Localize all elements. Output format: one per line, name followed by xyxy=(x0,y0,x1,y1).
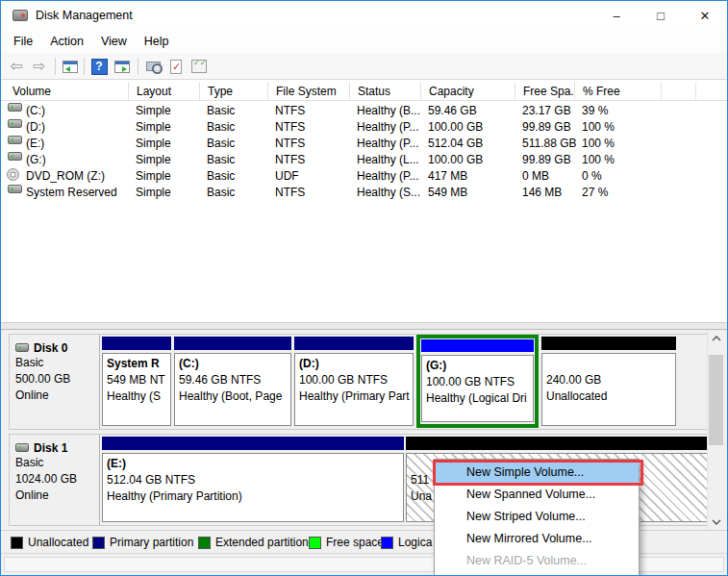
column-header-type[interactable]: Type xyxy=(200,82,268,101)
legend-primary-partition: Primary partition xyxy=(92,531,193,554)
maximize-button[interactable]: □ xyxy=(639,1,683,30)
disk0-status: Online xyxy=(15,388,99,404)
disk1-label-panel[interactable]: Disk 1 Basic 1024.00 GB Online xyxy=(10,435,100,525)
legend-logical-drive: Logica xyxy=(381,531,432,554)
pane-splitter[interactable] xyxy=(1,322,727,330)
region-d[interactable]: (D:) 100.00 GB NTFS Healthy (Primary Par… xyxy=(294,337,414,427)
column-header-volume[interactable]: Volume xyxy=(5,82,129,101)
table-row-c[interactable]: (C:) Simple Basic NTFS Healthy (B... 59.… xyxy=(1,103,727,119)
menu-item-new-mirrored-volume[interactable]: New Mirrored Volume... xyxy=(435,528,639,550)
table-row-g[interactable]: (G:) Simple Basic NTFS Healthy (L... 100… xyxy=(1,152,727,168)
minimize-button[interactable]: – xyxy=(594,1,639,30)
annotation-highlight-box xyxy=(433,460,643,486)
disk0-size: 500.00 GB xyxy=(15,371,99,388)
unallocated-band xyxy=(406,437,709,450)
disk1-size: 1024.00 GB xyxy=(15,471,99,488)
help-icon[interactable]: ? xyxy=(89,57,109,76)
drive-icon xyxy=(8,119,22,128)
primary-partition-band xyxy=(174,337,291,350)
close-button[interactable]: ✕ xyxy=(683,1,727,30)
volume-list-header: Volume Layout Type File System Status Ca… xyxy=(1,82,727,101)
column-header-free-space[interactable]: Free Spa... xyxy=(515,82,575,101)
disk0-label-panel[interactable]: Disk 0 Basic 500.00 GB Online xyxy=(10,335,100,429)
table-row-dvd[interactable]: DVD_ROM (Z:) Simple Basic UDF Healthy (P… xyxy=(1,168,727,185)
pane-scrollbar[interactable] xyxy=(707,330,723,530)
toolbar-separator xyxy=(84,58,85,75)
disk0-type: Basic xyxy=(15,355,99,371)
primary-partition-band xyxy=(294,337,414,350)
title-bar: Disk Management – □ ✕ xyxy=(1,1,727,30)
extended-partition-swatch xyxy=(198,537,211,549)
table-row-system-reserved[interactable]: System Reserved Simple Basic NTFS Health… xyxy=(1,185,727,201)
region-disk0-unallocated[interactable]: 240.00 GB Unallocated xyxy=(541,337,676,427)
region-e[interactable]: (E:) 512.04 GB NTFS Healthy (Primary Par… xyxy=(102,437,404,523)
unallocated-swatch xyxy=(11,537,23,549)
window-title: Disk Management xyxy=(36,9,133,22)
action-pane-icon[interactable] xyxy=(113,57,132,76)
table-row-e[interactable]: (E:) Simple Basic NTFS Healthy (P... 512… xyxy=(1,136,727,152)
check-document-icon[interactable] xyxy=(166,57,186,76)
disc-icon xyxy=(7,168,19,181)
column-header-status[interactable]: Status xyxy=(350,82,421,101)
toolbar: ⇦ ⇨ ? ✓✓ xyxy=(1,53,727,80)
logical-drive-swatch xyxy=(381,537,393,549)
disk1-status: Online xyxy=(15,488,99,504)
toolbar-separator xyxy=(55,58,56,75)
back-icon[interactable]: ⇦ xyxy=(7,57,26,76)
region-c[interactable]: (C:) 59.46 GB NTFS Healthy (Boot, Page xyxy=(174,337,291,427)
drive-icon xyxy=(8,136,22,144)
disk1-type: Basic xyxy=(15,455,99,471)
scroll-up-icon[interactable] xyxy=(708,330,724,346)
primary-partition-band xyxy=(102,337,171,350)
legend-unallocated: Unallocated xyxy=(11,531,88,554)
column-header-file-system[interactable]: File System xyxy=(268,82,350,101)
drive-icon xyxy=(8,152,22,161)
table-row-d[interactable]: (D:) Simple Basic NTFS Healthy (P... 100… xyxy=(1,119,727,136)
menu-file[interactable]: File xyxy=(5,32,41,51)
disk-icon xyxy=(15,343,29,352)
primary-partition-swatch xyxy=(92,537,105,549)
menu-item-new-spanned-volume[interactable]: New Spanned Volume... xyxy=(435,484,639,506)
disk-management-app-icon xyxy=(13,10,28,21)
disk-management-window: Disk Management – □ ✕ File Action View H… xyxy=(0,0,728,576)
column-header-layout[interactable]: Layout xyxy=(129,82,200,101)
menu-view[interactable]: View xyxy=(92,32,136,51)
free-space-swatch xyxy=(309,537,321,549)
disk0-name: Disk 0 xyxy=(34,341,67,355)
drive-icon xyxy=(8,185,22,193)
logical-drive-band xyxy=(421,339,534,352)
computer-search-icon[interactable] xyxy=(143,57,163,76)
volume-list: Volume Layout Type File System Status Ca… xyxy=(1,80,727,322)
drive-icon xyxy=(8,103,22,112)
primary-partition-band xyxy=(102,437,404,450)
column-header-empty xyxy=(662,82,696,101)
column-header-pct-free[interactable]: % Free xyxy=(575,82,662,101)
menu-action[interactable]: Action xyxy=(41,32,92,51)
scroll-down-icon[interactable] xyxy=(708,513,724,530)
toolbar-separator xyxy=(138,58,138,75)
region-system-reserved[interactable]: System R 549 MB NT Healthy (S xyxy=(102,337,171,427)
forward-icon[interactable]: ⇨ xyxy=(30,57,49,76)
column-header-capacity[interactable]: Capacity xyxy=(421,82,515,101)
checklist-icon[interactable]: ✓✓ xyxy=(189,57,209,76)
disk0-row: Disk 0 Basic 500.00 GB Online System R 5… xyxy=(9,334,709,430)
menu-help[interactable]: Help xyxy=(136,32,178,51)
region-g-selected[interactable]: (G:) 100.00 GB NTFS Healthy (Logical Dri xyxy=(416,335,539,428)
menu-item-new-raid5-volume: New RAID-5 Volume... xyxy=(435,550,639,572)
disk1-name: Disk 1 xyxy=(34,441,67,455)
menu-bar: File Action View Help xyxy=(1,30,727,53)
legend-extended-partition: Extended partition xyxy=(198,531,309,554)
unallocated-band xyxy=(541,337,676,350)
scrollbar-thumb[interactable] xyxy=(709,355,723,445)
menu-item-new-striped-volume[interactable]: New Striped Volume... xyxy=(435,506,639,528)
console-tree-icon[interactable] xyxy=(61,57,80,76)
legend-free-space: Free space xyxy=(309,531,384,554)
disk-icon xyxy=(15,443,29,452)
